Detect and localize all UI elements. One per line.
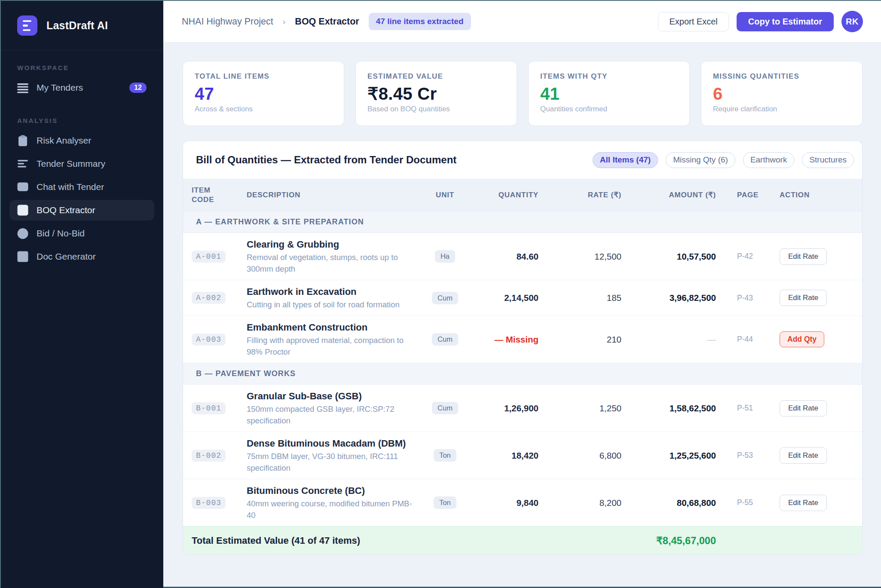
main-area: NHAI Highway Project › BOQ Extractor 47 … [163, 1, 881, 587]
quantity-cell: 1,26,900 [463, 403, 538, 413]
sidebar-item-label: Doc Generator [37, 251, 147, 262]
sidebar-item-my-tenders[interactable]: My Tenders12 [9, 77, 154, 98]
stat-sub: Based on BOQ quantities [367, 105, 505, 113]
add-qty-button[interactable]: Add Qty [780, 331, 824, 347]
amount-cell: 3,96,82,500 [621, 293, 716, 303]
sidebar-item-label: Bid / No-Bid [37, 228, 147, 239]
column-header: QUANTITY [463, 190, 538, 199]
item-code-pill: B-001 [192, 402, 226, 414]
item-title: Earthwork in Excavation [247, 285, 427, 298]
page-cell: P-44 [716, 335, 766, 344]
item-code-pill: A-001 [192, 251, 226, 263]
sidebar-item-bid-no-bid[interactable]: Bid / No-Bid [9, 223, 154, 244]
action-cell: Edit Rate [766, 495, 853, 511]
item-description: Removal of vegetation, stumps, roots up … [247, 251, 417, 275]
quantity-cell: 84.60 [463, 251, 538, 262]
sidebar: LastDraft AI WORKSPACEMy Tenders12ANALYS… [1, 1, 163, 588]
edit-rate-button[interactable]: Edit Rate [780, 495, 827, 511]
item-title: Bituminous Concrete (BC) [247, 484, 427, 497]
content: TOTAL LINE ITEMS47Across & sectionsESTIM… [163, 43, 881, 555]
item-title: Dense Bituminous Macadam (DBM) [247, 437, 427, 450]
section-heading: A — EARTHWORK & SITE PREPARATION [183, 211, 862, 233]
rate-cell: 185 [538, 293, 621, 303]
table-column-headers: ITEM CODEDESCRIPTIONUNITQUANTITYRATE (₹)… [183, 179, 862, 211]
item-code-cell: A-001 [192, 251, 247, 263]
app-root: LastDraft AI WORKSPACEMy Tenders12ANALYS… [0, 0, 881, 588]
table-body: A — EARTHWORK & SITE PREPARATIONA-001Cle… [183, 211, 862, 526]
sidebar-item-label: My Tenders [37, 83, 121, 93]
filter-pill[interactable]: All Items (47) [593, 152, 658, 168]
filter-pill[interactable]: Structures [802, 152, 854, 168]
description-cell: Granular Sub-Base (GSB)150mm compacted G… [247, 390, 427, 426]
item-description: 40mm weering course, modified bitumen PM… [247, 498, 417, 521]
action-cell: Edit Rate [766, 447, 853, 464]
filter-pill[interactable]: Earthwork [743, 152, 795, 168]
amount-cell: 1,25,25,600 [621, 450, 716, 461]
table-header: Bill of Quantities — Extracted from Tend… [183, 141, 862, 179]
count-badge: 12 [129, 83, 147, 93]
unit-cell: Cum [427, 292, 463, 304]
description-cell: Dense Bituminous Macadam (DBM)75mm DBM l… [247, 437, 427, 474]
brand: LastDraft AI [1, 1, 163, 50]
amount-cell: 10,57,500 [621, 251, 716, 262]
item-code-cell: B-002 [192, 450, 247, 462]
column-header: DESCRIPTION [247, 190, 427, 199]
stat-sub: Across & sections [195, 105, 332, 113]
edit-rate-button[interactable]: Edit Rate [780, 290, 827, 306]
sidebar-item-boq-extractor[interactable]: BOQ Extractor [9, 200, 154, 220]
stat-label: ITEMS WITH QTY [540, 72, 678, 81]
brand-name: LastDraft AI [46, 19, 108, 32]
unit-pill: Cum [432, 402, 458, 414]
amount-cell: — [621, 334, 716, 345]
user-avatar[interactable]: RK [841, 11, 863, 32]
export-excel-button[interactable]: Export Excel [658, 12, 728, 31]
edit-rate-button[interactable]: Edit Rate [780, 248, 827, 265]
stat-value: ₹8.45 Cr [367, 84, 505, 103]
sidebar-item-tender-summary[interactable]: Tender Summary [9, 153, 154, 174]
action-cell: Edit Rate [766, 290, 853, 306]
sidebar-item-label: Tender Summary [37, 159, 147, 169]
item-code-cell: A-002 [192, 292, 247, 304]
filter-pill[interactable]: Missing Qty (6) [666, 152, 735, 168]
sidebar-item-chat-with-tender[interactable]: Chat with Tender [9, 177, 154, 197]
sidebar-item-label: BOQ Extractor [37, 205, 147, 215]
extracted-count-badge: 47 line items extracted [369, 13, 471, 30]
rate-cell: 1,250 [538, 403, 621, 413]
circle-icon [17, 228, 28, 239]
rate-cell: 8,200 [538, 498, 621, 508]
action-cell: Add Qty [766, 331, 853, 347]
item-description: Filling with approved material, compacti… [247, 334, 417, 358]
item-title: Granular Sub-Base (GSB) [247, 390, 427, 402]
sidebar-item-doc-generator[interactable]: Doc Generator [9, 246, 154, 267]
column-header: ITEM CODE [192, 186, 223, 204]
action-cell: Edit Rate [766, 248, 853, 265]
breadcrumb-project[interactable]: NHAI Highway Project [182, 16, 273, 27]
sidebar-nav: WORKSPACEMy Tenders12ANALYSISRisk Analys… [1, 50, 163, 286]
stat-sub: Quantities confirmed [540, 105, 678, 113]
document-icon [17, 205, 28, 216]
nav-group: WORKSPACEMy Tenders12 [9, 64, 154, 98]
table-footer: Total Estimated Value (41 of 47 items) ₹… [183, 526, 862, 554]
edit-rate-button[interactable]: Edit Rate [780, 400, 827, 416]
stat-card-2: ITEMS WITH QTY41Quantities confirmed [528, 61, 690, 126]
stat-card-3: MISSING QUANTITIES6Require clarification [701, 61, 863, 126]
sidebar-item-label: Chat with Tender [37, 182, 147, 192]
nav-group-label: ANALYSIS [9, 117, 154, 124]
stat-value: 41 [540, 84, 678, 103]
rate-cell: 210 [538, 334, 621, 345]
column-header: RATE (₹) [538, 190, 621, 199]
quantity-cell: 18,420 [463, 450, 538, 461]
item-title: Clearing & Grubbing [247, 238, 427, 251]
stat-label: TOTAL LINE ITEMS [195, 72, 332, 81]
item-code-cell: B-001 [192, 402, 247, 414]
item-code-cell: B-003 [192, 497, 247, 509]
sidebar-item-risk-analyser[interactable]: Risk Analyser [9, 130, 154, 151]
copy-to-estimator-button[interactable]: Copy to Estimator [737, 12, 834, 31]
unit-pill: Cum [432, 292, 458, 304]
description-cell: Embankment ConstructionFilling with appr… [247, 321, 427, 358]
unit-pill: Cum [432, 333, 458, 346]
unit-cell: Cum [427, 402, 463, 414]
item-code-cell: A-003 [192, 334, 247, 346]
edit-rate-button[interactable]: Edit Rate [780, 447, 827, 464]
table-title: Bill of Quantities — Extracted from Tend… [196, 154, 456, 166]
